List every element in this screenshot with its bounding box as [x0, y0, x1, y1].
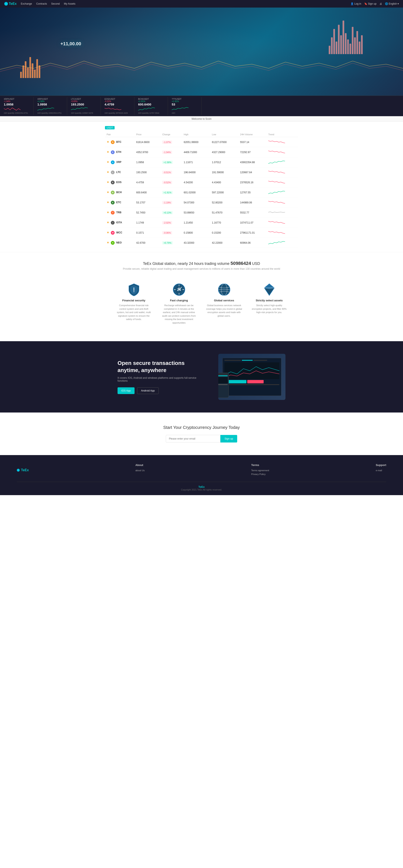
star-icon-5[interactable]: ★ — [107, 190, 109, 194]
ticker-item-0[interactable]: XRP/USDT -1.94% 1.0958 24H quantity 4390… — [0, 97, 34, 115]
ticker-item-2[interactable]: LTC/USDT -0.83% 193.2500 24H quantity 12… — [67, 97, 101, 115]
footer-email[interactable]: e-mail — [376, 469, 386, 472]
ticker-price-5: 53 — [172, 102, 198, 106]
coin-icon-5: B — [111, 191, 115, 194]
coin-name-9: WCC — [116, 231, 122, 234]
table-row[interactable]: ★ X XRP 1.0958 +1.58% 1.11671 1.07012 43… — [105, 157, 298, 167]
nav-my-assets[interactable]: My Assets — [64, 2, 76, 5]
coin-icon-10: N — [111, 241, 115, 245]
ios-app-button[interactable]: IOS App — [118, 388, 135, 394]
ticker-item-3[interactable]: EOS/USDT -0.52% 4.4759 24H quantity 2876… — [101, 97, 134, 115]
ticker-chart-2 — [71, 106, 88, 112]
col-volume: 24H Volume — [238, 132, 266, 137]
sparkline-8 — [268, 219, 285, 225]
star-icon-1[interactable]: ★ — [107, 150, 109, 154]
ticker-pair-5: ???/USDT — [172, 98, 198, 100]
email-input[interactable] — [166, 435, 221, 442]
sparkline-3 — [268, 169, 285, 175]
feature-global-services: Global services Global business services… — [206, 283, 242, 324]
cell-trend-5 — [266, 187, 298, 197]
cell-trend-0 — [266, 137, 298, 147]
table-row[interactable]: ★ L LTC 193.2500 -0.51% 196.64000 191.59… — [105, 167, 298, 178]
cell-high-8: 1.21450 — [182, 218, 210, 228]
language-selector[interactable]: 🌐 English ▾ — [385, 2, 399, 5]
star-icon-4[interactable]: ★ — [107, 180, 109, 184]
feature-global-desc: Global business services network coverag… — [206, 304, 242, 317]
ticker-item-5[interactable]: ???/USDT +1.91% 53 24H — [168, 97, 202, 115]
globe-small-icon: 🌐 — [385, 2, 388, 5]
table-row[interactable]: ★ T TRB 52.7450 +0.13% 53.89650 51.47670… — [105, 208, 298, 218]
sparkline-6 — [268, 199, 285, 205]
nav-contracts[interactable]: Contracts — [36, 2, 47, 5]
table-row[interactable]: ★ B BTC 61614.6600 -1.07% 62051.99000 61… — [105, 137, 298, 147]
star-icon-0[interactable]: ★ — [107, 140, 109, 144]
cell-price-2: 1.0958 — [135, 157, 161, 167]
star-icon-9[interactable]: ★ — [107, 231, 109, 234]
star-icon-7[interactable]: ★ — [107, 211, 109, 214]
cell-change-9: -0.06% — [161, 228, 182, 238]
star-icon-6[interactable]: ★ — [107, 200, 109, 204]
feature-fast-desc: Recharge withdrawal can be completed in … — [161, 304, 197, 324]
cell-volume-1: 72292.97 — [238, 147, 266, 157]
star-icon-10[interactable]: ★ — [107, 241, 109, 244]
usdt-tab[interactable]: USDT — [105, 126, 115, 129]
cell-volume-0: 5537.14 — [238, 137, 266, 147]
cell-high-10: 43.32000 — [182, 238, 210, 248]
nav-exchange[interactable]: Exchange — [21, 2, 32, 5]
cell-volume-8: 1074711.07 — [238, 218, 266, 228]
android-app-button[interactable]: Android App — [137, 388, 159, 394]
cell-pair-1: ★ E ETH — [105, 147, 135, 157]
table-row[interactable]: ★ B BCH 600.6400 +1.91% 601.02000 597.22… — [105, 187, 298, 197]
ticker-pair-1: XRP/USDT — [37, 98, 63, 100]
globe-icon — [218, 283, 231, 296]
cta-title: Start Your Cryptocurrency Journey Today — [4, 425, 399, 430]
ticker-pair-3: EOS/USDT — [105, 98, 131, 100]
ticker-vol-4: 24H quantity 12767.3544 — [138, 112, 164, 114]
footer-support-title: Support — [376, 463, 386, 467]
footer-privacy-policy[interactable]: Privacy Policy — [251, 473, 269, 475]
ticker-item-1[interactable]: XRP/USDT +1.58% 1.0958 24H quantity 4390… — [34, 97, 67, 115]
ticker-price-1: 1.0958 — [37, 102, 63, 106]
star-icon-2[interactable]: ★ — [107, 160, 109, 163]
login-button[interactable]: 👤 Log in — [350, 2, 361, 5]
footer-about-us[interactable]: about Us — [135, 469, 145, 472]
table-row[interactable]: ★ E EOS 4.4759 -0.52% 4.54200 4.43400 23… — [105, 178, 298, 187]
ticker-price-2: 193.2500 — [71, 102, 97, 106]
cell-trend-1 — [266, 147, 298, 157]
logo[interactable]: TeEx — [4, 2, 17, 6]
star-icon-3[interactable]: ★ — [107, 170, 109, 174]
footer-about-title: About — [135, 463, 145, 467]
dark-title: Open secure transactions anytime, anywhe… — [118, 360, 202, 374]
cell-price-5: 600.6400 — [135, 187, 161, 197]
nav-second[interactable]: Second — [51, 2, 60, 5]
table-row[interactable]: ★ W WCC 0.1571 -0.06% 0.15800 0.15200 27… — [105, 228, 298, 238]
svg-point-1 — [134, 291, 134, 292]
footer-logo-icon — [17, 469, 20, 472]
ticker-price-3: 4.4759 — [105, 102, 131, 106]
table-row[interactable]: ★ E ETC 53.1707 -1.19% 54.07300 52.80200… — [105, 197, 298, 208]
feature-fast-charging: 24 Fast charging Recharge withdrawal can… — [161, 283, 197, 324]
cell-low-6: 52.80200 — [210, 197, 238, 208]
user-icon: 👤 — [350, 2, 354, 5]
feature-global-title: Global services — [206, 299, 242, 302]
dark-section: Open secure transactions anytime, anywhe… — [0, 341, 403, 412]
table-row[interactable]: ★ N NEO 42.6700 +0.79% 43.32000 42.22000… — [105, 238, 298, 248]
ticker-item-4[interactable]: BCH/USDT +1.91% 600.6400 24H quantity 12… — [134, 97, 168, 115]
star-icon-8[interactable]: ★ — [107, 221, 109, 224]
table-row[interactable]: ★ I IOTA 1.1749 -2.02% 1.21450 1.16770 1… — [105, 218, 298, 228]
ticker-chart-3 — [105, 106, 121, 112]
cell-high-7: 53.89650 — [182, 208, 210, 218]
feature-fast-title: Fast charging — [161, 299, 197, 302]
footer-terms-agreement[interactable]: Terms agreement — [251, 469, 269, 472]
signup-cta-button[interactable]: Sign up — [221, 435, 237, 442]
print-icon[interactable]: 🖨 — [379, 2, 382, 5]
feature-select-title: Strictly select assets — [251, 299, 288, 302]
welcome-bar: Welcome to 5coin — [0, 116, 403, 122]
signup-button[interactable]: 🔖 Sign up — [364, 2, 377, 5]
cell-trend-3 — [266, 167, 298, 178]
cell-trend-8 — [266, 218, 298, 228]
ticker-vol-0: 24H quantity 43902354.6751 — [4, 112, 30, 114]
cell-price-1: 4352.9700 — [135, 147, 161, 157]
cell-high-5: 601.02000 — [182, 187, 210, 197]
table-row[interactable]: ★ E ETH 4352.9700 -1.94% 4409.71000 4327… — [105, 147, 298, 157]
